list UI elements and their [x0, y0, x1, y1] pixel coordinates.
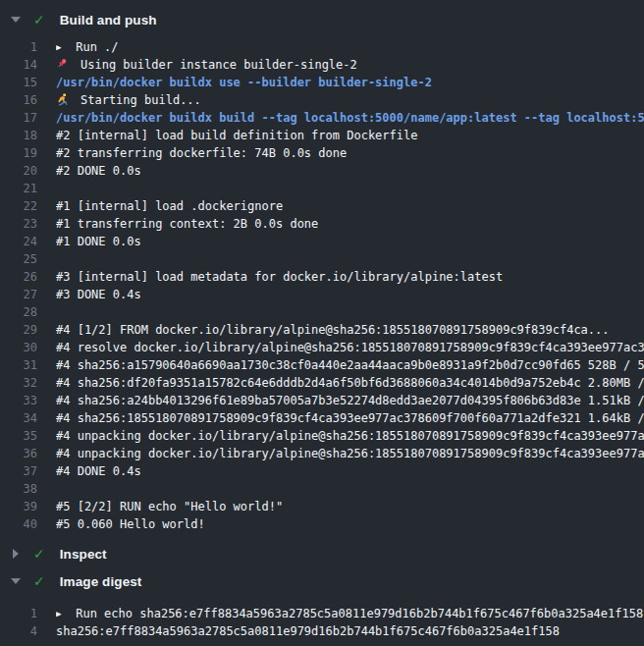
log-text: #2 transferring dockerfile: 74B 0.0s don…	[56, 146, 347, 160]
section-log-body: 1▶ Run ./14Using builder instance builde…	[0, 33, 644, 540]
log-line: 14Using builder instance builder-single-…	[0, 56, 644, 74]
log-text-container: #2 [internal] load build definition from…	[56, 129, 644, 142]
log-text-container: /usr/bin/docker buildx build --tag local…	[56, 111, 644, 125]
log-text-container: #1 transferring context: 2B 0.0s done	[56, 217, 644, 231]
line-number[interactable]: 40	[0, 517, 37, 531]
log-text: #1 [internal] load .dockerignore	[56, 199, 283, 213]
line-number[interactable]: 24	[0, 235, 37, 248]
log-line: 25	[0, 250, 644, 268]
log-text-container: #1 DONE 0.0s	[56, 235, 644, 248]
log-text[interactable]: Run ./	[69, 40, 119, 54]
log-text-container: #4 sha256:a24bb4013296f61e89ba57005a7b3e…	[56, 394, 644, 407]
log-text-container: Starting build...	[56, 93, 644, 107]
log-line: 32#4 sha256:df20fa9351a15782c64e6dddb2d4…	[0, 374, 644, 392]
chevron-down-icon[interactable]	[10, 578, 22, 584]
log-line: 1▶ Run echo sha256:e7ff8834a5963a2785c5a…	[0, 605, 644, 622]
log-line: 20#2 DONE 0.0s	[0, 162, 644, 180]
line-number[interactable]: 27	[0, 288, 37, 301]
log-line: 33#4 sha256:a24bb4013296f61e89ba57005a7b…	[0, 392, 644, 409]
section-title: Inspect	[60, 547, 107, 562]
workflow-log-panel: ✓Build and push1▶ Run ./14Using builder …	[0, 0, 644, 640]
chevron-right-icon[interactable]	[10, 549, 22, 559]
log-text-container: #5 [2/2] RUN echo "Hello world!"	[56, 500, 644, 513]
line-number[interactable]: 26	[0, 270, 37, 284]
line-number[interactable]: 25	[0, 252, 37, 266]
line-number[interactable]: 29	[0, 323, 37, 337]
log-line: 40#5 0.060 Hello world!	[0, 515, 644, 533]
log-line: 39#5 [2/2] RUN echo "Hello world!"	[0, 498, 644, 515]
check-icon: ✓	[33, 573, 45, 589]
section-header-build-and-push[interactable]: ✓Build and push	[0, 6, 644, 33]
line-number[interactable]: 4	[0, 624, 37, 638]
check-icon: ✓	[33, 546, 45, 562]
section-title: Image digest	[60, 574, 142, 589]
pushpin-icon	[56, 58, 69, 71]
log-text-container: #4 sha256:a15790640a6690aa1730c38cf0a440…	[56, 358, 644, 372]
section-title: Build and push	[60, 13, 157, 27]
log-text-container: Using builder instance builder-single-2	[56, 58, 644, 72]
log-line: 38	[0, 480, 644, 498]
line-number[interactable]: 33	[0, 394, 37, 407]
log-line: 27#3 DONE 0.4s	[0, 286, 644, 303]
chevron-down-icon	[11, 578, 21, 584]
line-number[interactable]: 21	[0, 182, 37, 195]
log-text-container: #4 sha256:185518070891758909c9f839cf4ca3…	[56, 411, 644, 425]
line-number[interactable]: 1	[0, 607, 37, 620]
log-text-container: ▶ Run ./	[56, 40, 644, 54]
log-text: #1 DONE 0.0s	[56, 235, 141, 248]
log-text: Using builder instance builder-single-2	[80, 58, 357, 72]
log-text-container: sha256:e7ff8834a5963a2785c5a0811e979d16b…	[56, 624, 644, 638]
log-text-container: #4 sha256:df20fa9351a15782c64e6dddb2d4a6…	[56, 376, 644, 390]
log-line: 37#4 DONE 0.4s	[0, 462, 644, 480]
play-icon[interactable]: ▶	[56, 609, 69, 619]
log-line: 34#4 sha256:185518070891758909c9f839cf4c…	[0, 409, 644, 427]
log-line: 29#4 [1/2] FROM docker.io/library/alpine…	[0, 321, 644, 339]
play-icon[interactable]: ▶	[56, 42, 69, 52]
line-number[interactable]: 18	[0, 129, 37, 142]
line-number[interactable]: 17	[0, 111, 37, 125]
log-text: #4 resolve docker.io/library/alpine@sha2…	[56, 341, 644, 354]
log-text-container: #1 [internal] load .dockerignore	[56, 199, 644, 213]
line-number[interactable]: 30	[0, 341, 37, 354]
log-line: 35#4 unpacking docker.io/library/alpine@…	[0, 427, 644, 445]
log-line: 26#3 [internal] load metadata for docker…	[0, 268, 644, 286]
runner-icon	[56, 93, 69, 106]
log-text: #4 sha256:a24bb4013296f61e89ba57005a7b3e…	[56, 394, 644, 407]
log-line: 36#4 unpacking docker.io/library/alpine@…	[0, 445, 644, 462]
chevron-down-icon	[11, 17, 21, 23]
line-number[interactable]: 23	[0, 217, 37, 231]
line-number[interactable]: 28	[0, 305, 37, 319]
line-number[interactable]: 15	[0, 76, 37, 89]
log-text-container: #2 DONE 0.0s	[56, 164, 644, 178]
log-line: 16Starting build...	[0, 91, 644, 109]
line-number[interactable]: 19	[0, 146, 37, 160]
line-number[interactable]: 16	[0, 93, 37, 107]
log-line: 18#2 [internal] load build definition fr…	[0, 127, 644, 144]
log-line: 31#4 sha256:a15790640a6690aa1730c38cf0a4…	[0, 356, 644, 374]
line-number[interactable]: 38	[0, 482, 37, 496]
line-number[interactable]: 39	[0, 500, 37, 513]
line-number[interactable]: 37	[0, 464, 37, 478]
log-text: #3 DONE 0.4s	[56, 288, 141, 301]
line-number[interactable]: 20	[0, 164, 37, 178]
line-number[interactable]: 35	[0, 429, 37, 443]
section-header-image-digest[interactable]: ✓Image digest	[0, 567, 644, 595]
section-header-inspect[interactable]: ✓Inspect	[0, 540, 644, 567]
log-line: 24#1 DONE 0.0s	[0, 233, 644, 250]
line-number[interactable]: 22	[0, 199, 37, 213]
log-line: 15/usr/bin/docker buildx use --builder b…	[0, 74, 644, 91]
log-text-container: #3 [internal] load metadata for docker.i…	[56, 270, 644, 284]
log-line: 19#2 transferring dockerfile: 74B 0.0s d…	[0, 144, 644, 162]
log-text: #2 [internal] load build definition from…	[56, 129, 417, 142]
line-number[interactable]: 32	[0, 376, 37, 390]
log-text: /usr/bin/docker buildx build --tag local…	[56, 111, 644, 125]
line-number[interactable]: 31	[0, 358, 37, 372]
line-number[interactable]: 34	[0, 411, 37, 425]
line-number[interactable]: 36	[0, 447, 37, 460]
line-number[interactable]: 1	[0, 40, 37, 54]
chevron-down-icon[interactable]	[10, 17, 22, 23]
log-text[interactable]: Run echo sha256:e7ff8834a5963a2785c5a081…	[69, 607, 643, 620]
line-number[interactable]: 14	[0, 58, 37, 72]
log-text: #5 [2/2] RUN echo "Hello world!"	[56, 500, 283, 513]
log-text-container: ▶ Run echo sha256:e7ff8834a5963a2785c5a0…	[56, 607, 644, 620]
